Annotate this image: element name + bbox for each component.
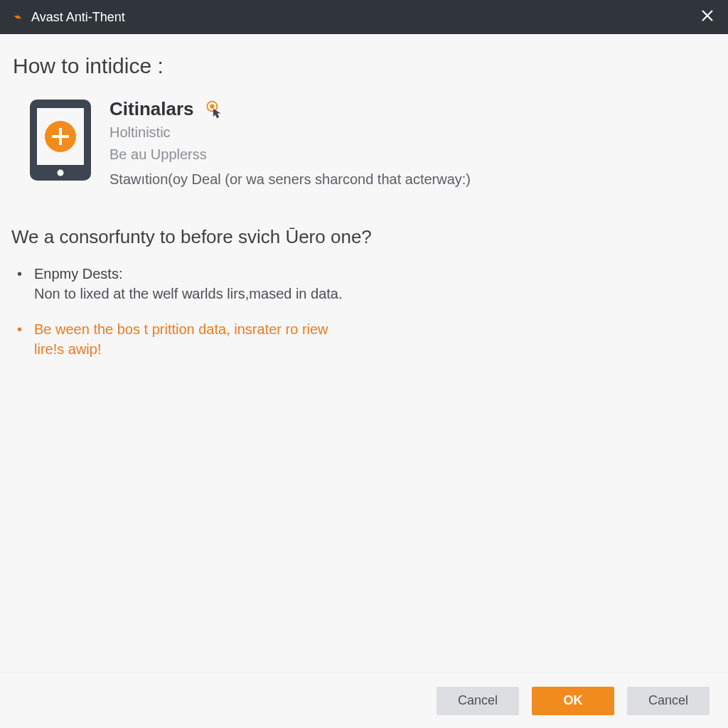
titlebar-left: Avast Anti-Thent xyxy=(10,9,125,25)
close-icon[interactable] xyxy=(697,7,718,27)
dialog-footer: Cancel OK Cancel xyxy=(0,673,728,728)
info-subtitle-2: Be au Upplerss xyxy=(109,145,471,164)
section-heading: We a consorfunty to before svich Ūero on… xyxy=(11,226,712,248)
titlebar: Avast Anti-Thent xyxy=(0,0,728,34)
svg-rect-4 xyxy=(52,135,69,138)
avast-logo-icon xyxy=(10,9,26,25)
content-area: How to intidice : Citinalars xyxy=(0,34,728,673)
list-item: Be ween the bos t prittion data, insrate… xyxy=(30,319,336,359)
app-title: Avast Anti-Thent xyxy=(31,10,125,25)
ok-button[interactable]: OK xyxy=(532,687,614,715)
svg-point-5 xyxy=(58,170,64,176)
list-item-body: Non to lixed at the welf warlds lirs,mas… xyxy=(34,286,343,301)
tap-cursor-icon xyxy=(204,100,224,119)
list-item-body: Be ween the bos t prittion data, insrate… xyxy=(34,321,328,357)
page-title: How to intidice : xyxy=(13,54,712,78)
info-title: Citinalars xyxy=(109,98,194,120)
svg-point-7 xyxy=(210,104,214,108)
info-text-block: Citinalars Holtinistic Be au Upplerss St… xyxy=(109,98,471,188)
dialog-window: Avast Anti-Thent How to intidice : C xyxy=(0,0,728,728)
list-item: Enpmy Dests: Non to lixed at the welf wa… xyxy=(30,264,712,304)
consent-list: Enpmy Dests: Non to lixed at the welf wa… xyxy=(11,264,712,375)
info-row: Citinalars Holtinistic Be au Upplerss St… xyxy=(28,98,712,188)
info-description: Stawıtion(oy Deal (or wa seners sharcond… xyxy=(109,171,471,188)
tablet-device-icon xyxy=(28,98,92,182)
cancel-button-secondary[interactable]: Cancel xyxy=(627,687,710,715)
info-title-row: Citinalars xyxy=(109,98,471,120)
cancel-button[interactable]: Cancel xyxy=(437,687,519,715)
info-subtitle-1: Holtinistic xyxy=(109,123,471,142)
list-item-title: Enpmy Dests: xyxy=(34,266,122,282)
